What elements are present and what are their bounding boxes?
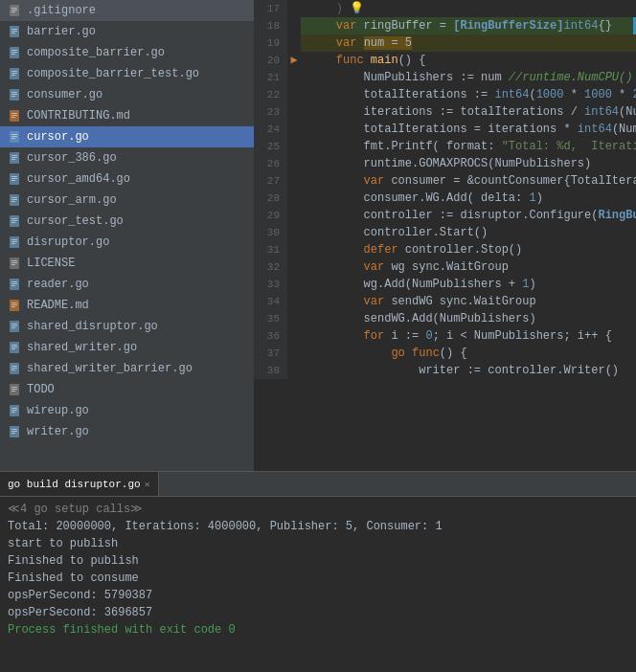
line-content-30: controller.Start() (301, 224, 636, 241)
file-tree: .gitignore barrier.go composite_barrier.… (0, 0, 254, 471)
line-content-31: defer controller.Stop() (301, 241, 636, 258)
code-line-28: 28 consumer.WG.Add( delta: 1) (254, 190, 636, 207)
line-number-21: 21 (254, 69, 287, 86)
file-item-barrier[interactable]: barrier.go (0, 21, 254, 42)
svg-rect-59 (11, 306, 15, 307)
code-line-29: 29 controller := disruptor.Configure(Rin… (254, 207, 636, 224)
file-item-cursor_test[interactable]: cursor_test.go (0, 211, 254, 232)
svg-rect-82 (11, 431, 17, 432)
svg-rect-27 (11, 138, 15, 139)
file-icon-go (8, 25, 23, 38)
svg-rect-62 (11, 325, 17, 326)
code-line-32: 32 var wg sync.WaitGroup (254, 258, 636, 276)
line-content-29: controller := disruptor.Configure(RingBu… (301, 207, 636, 224)
svg-rect-58 (11, 304, 17, 305)
file-icon-todo (8, 383, 23, 396)
terminal-line-5: opsPerSecond: 3696857 (8, 604, 628, 621)
file-item-composite_barrier[interactable]: composite_barrier.go (0, 42, 254, 63)
line-content-36: for i := 0; i < NumPublishers; i++ { (301, 327, 636, 345)
line-number-33: 33 (254, 276, 287, 293)
svg-rect-65 (11, 345, 17, 346)
line-number-22: 22 (254, 86, 287, 103)
line-number-29: 29 (254, 207, 287, 224)
file-item-disruptor[interactable]: disruptor.go (0, 232, 254, 253)
file-item-license[interactable]: LICENSE (0, 253, 254, 274)
line-arrow-18 (287, 17, 301, 34)
code-line-25: 25 fmt.Printf( format: "Total: %d, Itera… (254, 138, 636, 155)
svg-rect-75 (11, 391, 15, 392)
svg-rect-38 (11, 199, 17, 200)
line-arrow-32 (287, 258, 301, 276)
file-item-cursor[interactable]: cursor.go (0, 126, 254, 147)
file-item-cursor_amd64[interactable]: cursor_amd64.go (0, 168, 254, 190)
terminal-sub-label: ≪4 go setup calls≫ (8, 501, 628, 518)
line-content-37: go func() { (301, 345, 636, 362)
file-item-readme[interactable]: README.md (0, 295, 254, 316)
svg-rect-50 (11, 262, 17, 263)
terminal-close-button[interactable]: ✕ (145, 479, 150, 490)
line-number-35: 35 (254, 310, 287, 327)
file-name-wireup: wireup.go (27, 404, 89, 417)
file-item-wireup[interactable]: wireup.go (0, 400, 254, 421)
line-number-19: 19 (254, 34, 287, 52)
svg-rect-51 (11, 264, 15, 265)
file-item-contributing[interactable]: CONTRIBUTING.md (0, 105, 254, 126)
file-icon-go (8, 130, 23, 144)
line-number-20: 20 (254, 52, 287, 69)
terminal-line-3: Finished to consume (8, 570, 628, 587)
line-arrow-24 (287, 121, 301, 138)
file-item-shared_disruptor[interactable]: shared_disruptor.go (0, 316, 254, 337)
svg-rect-45 (11, 239, 17, 240)
line-arrow-38 (287, 362, 301, 379)
file-name-cursor_arm: cursor_arm.go (27, 193, 117, 207)
line-arrow-28 (287, 190, 301, 207)
svg-rect-6 (11, 31, 17, 32)
file-item-composite_barrier_test[interactable]: composite_barrier_test.go (0, 63, 254, 84)
file-name-composite_barrier_test: composite_barrier_test.go (27, 67, 199, 80)
svg-rect-19 (11, 96, 15, 97)
code-line-17: 17 ) 💡 (254, 0, 636, 17)
line-content-23: iterations := totalIterations / int64(Nu… (301, 103, 636, 121)
terminal-tab-build[interactable]: go build disruptor.go ✕ (0, 472, 159, 496)
file-name-readme: README.md (27, 299, 89, 312)
file-item-cursor_386[interactable]: cursor_386.go (0, 147, 254, 168)
svg-rect-61 (11, 324, 17, 325)
svg-rect-39 (11, 201, 15, 202)
file-item-gitignore[interactable]: .gitignore (0, 0, 254, 21)
file-item-shared_writer_barrier[interactable]: shared_writer_barrier.go (0, 358, 254, 379)
file-name-cursor_amd64: cursor_amd64.go (27, 172, 130, 186)
line-arrow-23 (287, 103, 301, 121)
svg-rect-83 (11, 433, 15, 434)
file-name-consumer: consumer.go (27, 88, 102, 101)
terminal-line-4: opsPerSecond: 5790387 (8, 587, 628, 604)
svg-rect-47 (11, 243, 15, 244)
file-name-cursor_386: cursor_386.go (27, 151, 117, 165)
file-item-consumer[interactable]: consumer.go (0, 84, 254, 105)
svg-rect-35 (11, 180, 15, 181)
file-item-todo[interactable]: TODO (0, 379, 254, 400)
line-arrow-34 (287, 293, 301, 310)
file-icon-md (8, 109, 23, 123)
code-line-21: 21 NumPublishers := num //runtime.NumCPU… (254, 69, 636, 86)
svg-rect-31 (11, 159, 15, 160)
file-item-cursor_arm[interactable]: cursor_arm.go (0, 190, 254, 211)
file-name-todo: TODO (27, 383, 55, 396)
file-name-shared_writer_barrier: shared_writer_barrier.go (27, 362, 193, 375)
file-item-shared_writer[interactable]: shared_writer.go (0, 337, 254, 358)
file-icon-license (8, 257, 23, 270)
terminal-line-7: Process finished with exit code 0 (8, 621, 628, 638)
svg-rect-5 (11, 29, 17, 30)
svg-rect-79 (11, 412, 15, 413)
file-item-writer[interactable]: writer.go (0, 421, 254, 442)
file-name-shared_disruptor: shared_disruptor.go (27, 320, 158, 333)
file-icon-gitignore (8, 4, 23, 17)
svg-rect-17 (11, 92, 17, 93)
file-item-reader[interactable]: reader.go (0, 274, 254, 295)
file-icon-go (8, 341, 23, 354)
file-name-shared_writer: shared_writer.go (27, 341, 137, 354)
line-number-28: 28 (254, 190, 287, 207)
terminal-line-0: Total: 20000000, Iterations: 4000000, Pu… (8, 518, 628, 535)
terminal-tabs: go build disruptor.go ✕ (0, 472, 636, 497)
svg-rect-9 (11, 50, 17, 51)
line-content-25: fmt.Printf( format: "Total: %d, Iteratio (301, 138, 636, 155)
